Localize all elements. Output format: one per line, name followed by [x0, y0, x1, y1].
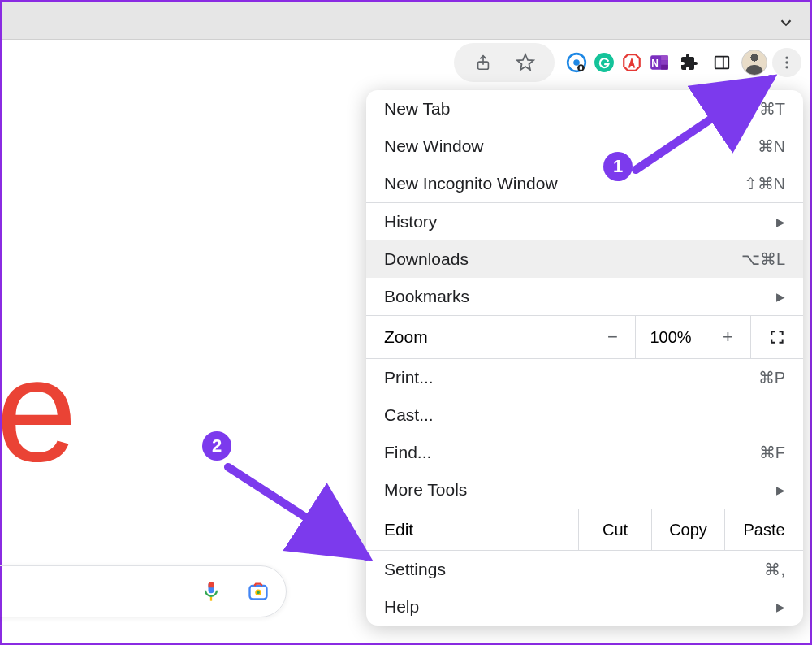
- menu-settings[interactable]: Settings ⌘,: [366, 551, 803, 588]
- edit-cut-button[interactable]: Cut: [579, 509, 652, 550]
- menu-shortcut: ⌘,: [764, 560, 785, 579]
- annotation-arrow-2: [223, 462, 386, 576]
- submenu-arrow-icon: ▸: [776, 212, 785, 232]
- svg-rect-19: [210, 597, 212, 601]
- menu-edit: Edit Cut Copy Paste: [366, 509, 803, 550]
- google-logo: g l e: [0, 326, 74, 494]
- zoom-label: Zoom: [366, 316, 590, 358]
- menu-label: Find...: [384, 443, 431, 462]
- edit-paste-button[interactable]: Paste: [725, 509, 803, 550]
- svg-point-22: [257, 591, 260, 594]
- voice-search-icon[interactable]: [200, 580, 222, 603]
- menu-zoom: Zoom − 100% +: [366, 316, 803, 358]
- svg-marker-1: [517, 54, 533, 70]
- annotation-badge-2: 2: [202, 431, 231, 461]
- svg-point-17: [785, 61, 788, 63]
- extension-guard-icon[interactable]: [564, 50, 589, 75]
- submenu-arrow-icon: ▸: [776, 480, 785, 500]
- menu-label: Downloads: [384, 249, 469, 269]
- menu-print[interactable]: Print... ⌘P: [366, 359, 803, 396]
- omnibox-actions: [454, 43, 555, 82]
- chevron-down-icon[interactable]: [777, 14, 795, 32]
- submenu-arrow-icon: ▸: [776, 287, 785, 306]
- window-frame: N g l e ling Lucky New: [0, 0, 812, 645]
- menu-label: History: [384, 212, 437, 232]
- zoom-value: 100%: [636, 316, 706, 358]
- svg-rect-5: [580, 66, 582, 69]
- menu-shortcut: ⌘F: [759, 443, 785, 462]
- menu-bookmarks[interactable]: Bookmarks ▸: [366, 278, 803, 315]
- menu-history[interactable]: History ▸: [366, 203, 803, 240]
- zoom-out-button[interactable]: −: [590, 316, 636, 358]
- svg-line-23: [636, 79, 771, 170]
- extension-grammarly-icon[interactable]: [592, 50, 616, 75]
- menu-find[interactable]: Find... ⌘F: [366, 434, 803, 471]
- menu-label: Cast...: [384, 405, 434, 425]
- menu-label: Settings: [384, 560, 446, 579]
- svg-rect-11: [661, 60, 668, 65]
- menu-label: More Tools: [384, 480, 467, 500]
- share-icon[interactable]: [469, 48, 498, 77]
- menu-label: Help: [384, 597, 419, 617]
- svg-point-6: [594, 53, 614, 72]
- menu-cast[interactable]: Cast...: [366, 396, 803, 434]
- menu-label: New Window: [384, 136, 484, 156]
- annotation-arrow-1: [628, 67, 790, 181]
- svg-point-3: [573, 59, 580, 66]
- menu-label: New Incognito Window: [384, 174, 558, 193]
- svg-rect-10: [661, 55, 668, 60]
- menu-label: Print...: [384, 368, 434, 387]
- edit-copy-button[interactable]: Copy: [652, 509, 725, 550]
- menu-more-tools[interactable]: More Tools ▸: [366, 471, 803, 509]
- menu-shortcut: ⌥⌘L: [741, 249, 785, 269]
- edit-label: Edit: [366, 509, 579, 550]
- tab-strip: [2, 2, 810, 40]
- svg-line-24: [228, 467, 366, 556]
- svg-point-16: [785, 57, 788, 59]
- menu-downloads[interactable]: Downloads ⌥⌘L: [366, 240, 803, 278]
- fullscreen-button[interactable]: [751, 316, 803, 358]
- menu-label: New Tab: [384, 99, 450, 119]
- zoom-in-button[interactable]: +: [706, 316, 751, 358]
- bookmark-star-icon[interactable]: [511, 48, 540, 77]
- submenu-arrow-icon: ▸: [776, 597, 785, 617]
- menu-label: Bookmarks: [384, 287, 469, 306]
- logo-letter-e: e: [0, 326, 74, 494]
- menu-help[interactable]: Help ▸: [366, 588, 803, 626]
- image-search-icon[interactable]: [247, 580, 270, 603]
- menu-shortcut: ⌘P: [758, 368, 785, 387]
